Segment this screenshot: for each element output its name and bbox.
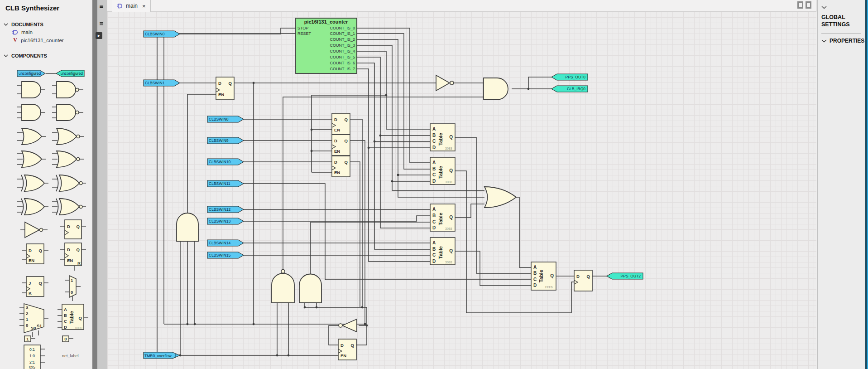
or-gate-mid[interactable]	[484, 187, 516, 208]
table-block-5[interactable]: A B C D Table Q FFF6	[531, 262, 556, 290]
input-flag-clbswin14[interactable]: CLBSWIN14	[207, 240, 244, 246]
dff-en-1[interactable]: D Q EN	[216, 77, 234, 100]
flag-label: CLBSWIN9	[209, 138, 229, 143]
pin-label: EN	[67, 258, 73, 263]
output-flag-pps-out0[interactable]: PPS_OUT0	[551, 74, 588, 80]
palette-xor2-gate[interactable]	[17, 175, 48, 191]
pin-label: C	[64, 319, 67, 324]
palette-const-one[interactable]: 1	[24, 336, 35, 342]
palette-const-zero[interactable]: 0	[62, 336, 73, 342]
dff-output[interactable]: D Q	[574, 270, 592, 291]
palette-xnor2-gate[interactable]	[52, 175, 86, 191]
seq-row: 1:0	[29, 354, 35, 358]
pin-label: Q	[77, 247, 80, 252]
table-block-1[interactable]: A B C D Table Q 3088	[430, 124, 455, 151]
and-gate-irq[interactable]	[484, 78, 508, 100]
table-label: Table	[438, 213, 443, 225]
not-gate-top[interactable]	[436, 75, 454, 91]
dff-en-3[interactable]: D Q EN	[332, 135, 350, 155]
input-flag-clbswin11[interactable]: CLBSWIN11	[207, 180, 244, 187]
panel-divider	[821, 33, 861, 34]
properties-label: PROPERTIES	[830, 38, 864, 44]
wire-junctions	[156, 33, 530, 357]
splitter-grip-icon[interactable]: ≡	[98, 4, 105, 9]
palette-table[interactable]: A B C D Table Q 0000	[58, 304, 88, 330]
palette-nand3-gate[interactable]	[52, 104, 83, 121]
not-gate-feedback[interactable]	[339, 319, 357, 332]
palette-xnor3-gate[interactable]	[52, 199, 86, 215]
table-label: Table	[538, 270, 544, 282]
palette-net-label[interactable]: net_label	[62, 354, 79, 358]
seq-row: 0:1	[29, 347, 35, 352]
counter-pin-out: COUNT_IS_2	[330, 37, 355, 42]
flag-label: CLBSWIN15	[209, 253, 230, 257]
table-code: 3088	[445, 227, 452, 230]
palette-dff[interactable]: D Q	[60, 220, 86, 239]
palette-input-flag[interactable]: unconfigured	[17, 70, 45, 77]
input-flag-tmr0-overflow[interactable]: TMR0_overflow	[144, 352, 180, 359]
palette-sequence-block[interactable]: 0:1 1:0 2:1 0x5	[24, 345, 45, 369]
palette-nand2-gate[interactable]	[52, 82, 83, 98]
table-block-2[interactable]: A B C D Table Q 3088	[430, 157, 455, 184]
palette-dff-en-r[interactable]: D Q EN R	[60, 243, 86, 271]
run-button[interactable]: ▶	[96, 32, 102, 39]
dff-en-2[interactable]: D Q EN	[332, 113, 350, 134]
counter-block[interactable]: pic16f131_counter STOP RESET COUNT_IS_0 …	[296, 18, 357, 73]
flag-label: CLBSWIN11	[209, 181, 230, 186]
dff-en-bottom[interactable]: D Q EN	[338, 339, 356, 360]
global-settings-header[interactable]: GLOBAL SETTINGS	[821, 14, 861, 28]
output-flag-pps-out2[interactable]: PPS_OUT2	[607, 273, 643, 279]
dff-en-4[interactable]: D Q EN	[332, 156, 350, 177]
palette-jkff[interactable]: J Q K	[22, 277, 48, 296]
palette-and2-gate[interactable]	[17, 82, 45, 98]
output-flag-clb-irq0[interactable]: CLB_IRQ0	[551, 86, 588, 92]
pin-label: A	[432, 240, 436, 245]
main-area: main ×	[107, 0, 816, 369]
palette-mux2[interactable]: 1 0	[65, 276, 81, 301]
schematic-canvas[interactable]: pic16f131_counter STOP RESET COUNT_IS_0 …	[107, 12, 816, 369]
properties-header[interactable]: PROPERTIES	[821, 38, 861, 44]
flag-label: TMR0_overflow	[144, 354, 172, 358]
palette-or2-gate[interactable]	[17, 128, 46, 145]
palette-nor2-gate[interactable]	[52, 128, 84, 145]
splitter-grip-icon[interactable]: ≡	[98, 21, 105, 26]
input-flag-clbswin8[interactable]: CLBSWIN8	[207, 116, 244, 122]
pin-label: D	[432, 259, 436, 264]
palette-or3-gate[interactable]	[17, 151, 46, 167]
palette-output-flag[interactable]: unconfigured	[56, 70, 84, 77]
palette-not-gate[interactable]	[20, 222, 48, 238]
input-flag-clbswin1[interactable]: CLBSWIN1	[144, 80, 180, 86]
palette-nor3-gate[interactable]	[52, 151, 84, 167]
split-view-icon[interactable]	[797, 1, 811, 9]
pin-label: Q	[449, 215, 453, 220]
counter-pin-out: COUNT_IS_1	[330, 31, 355, 36]
input-flag-clbswin15[interactable]: CLBSWIN15	[207, 252, 244, 258]
input-flag-clbswin10[interactable]: CLBSWIN10	[207, 159, 244, 165]
and-gate-vertical-left[interactable]	[177, 213, 198, 241]
pin-label: 0	[26, 323, 28, 328]
input-flag-clbswin9[interactable]: CLBSWIN9	[207, 137, 244, 144]
nand-gate-vertical[interactable]	[272, 270, 294, 303]
gate-document-icon	[117, 3, 123, 9]
table-block-4[interactable]: A B C D Table Q 3088	[430, 238, 455, 265]
input-flag-clbswin0[interactable]: CLBSWIN0	[144, 31, 180, 37]
pin-label: D	[64, 325, 67, 330]
chevron-down-icon[interactable]	[821, 6, 827, 9]
palette-dff-en[interactable]: D Q EN	[22, 244, 48, 264]
pin-label: Q	[550, 273, 554, 278]
input-flag-clbswin13[interactable]: CLBSWIN13	[207, 218, 244, 224]
palette-mux4[interactable]: 3 2 1 0 S0 S1	[19, 304, 48, 337]
pin-label: D	[432, 145, 436, 150]
and-gate-vertical-right[interactable]	[299, 274, 321, 303]
input-flag-clbswin12[interactable]: CLBSWIN12	[207, 206, 244, 213]
pin-label: EN	[334, 149, 340, 154]
palette-xor3-gate[interactable]	[17, 199, 48, 215]
flag-label: PPS_OUT0	[566, 75, 586, 79]
panel-splitter[interactable]: ≡ ≡ ▶	[92, 0, 107, 369]
table-block-3[interactable]: A B C D Table Q 3088	[430, 204, 455, 231]
table-code: FFF6	[545, 286, 553, 289]
palette-and3-gate[interactable]	[17, 104, 45, 121]
counter-pin-stop: STOP	[297, 26, 308, 30]
tab-main[interactable]: main ×	[112, 0, 151, 12]
tab-close-icon[interactable]: ×	[142, 3, 146, 10]
